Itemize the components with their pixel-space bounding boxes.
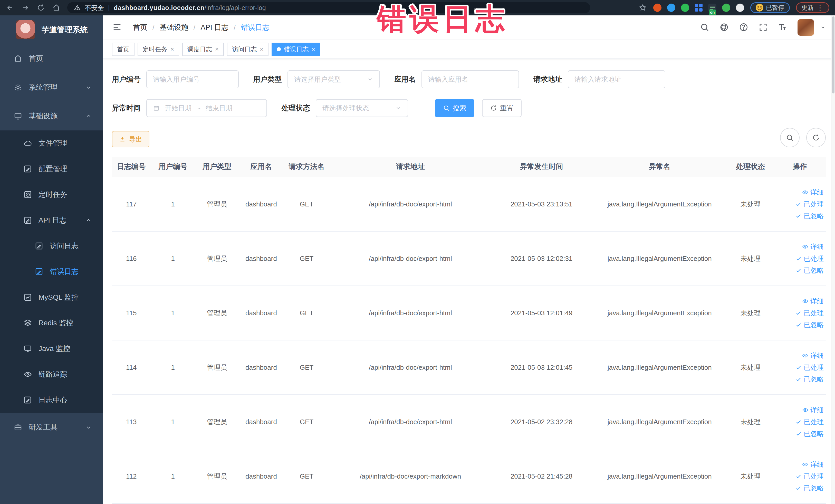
puzzle-extension-icon[interactable] (736, 4, 744, 12)
tab-label: 定时任务 (143, 45, 167, 54)
sidebar-item-home[interactable]: 首页 (0, 44, 103, 73)
forward-icon[interactable] (21, 3, 30, 12)
home-browser-icon[interactable] (52, 3, 61, 12)
processed-link[interactable]: 已处理 (795, 201, 824, 207)
sidebar-item-redis-monitor[interactable]: Redis 监控 (0, 310, 103, 336)
processed-link[interactable]: 已处理 (795, 255, 824, 262)
sidebar-item-java-monitor[interactable]: Java 监控 (0, 336, 103, 362)
ignored-link[interactable]: 已忽略 (795, 213, 824, 219)
detail-link[interactable]: 详细 (802, 243, 824, 250)
fullscreen-icon[interactable] (758, 23, 768, 32)
sidebar-item-system-management[interactable]: 系统管理 (0, 73, 103, 102)
ignored-link[interactable]: 已忽略 (795, 321, 824, 328)
sidebar-item-label: 错误日志 (50, 267, 79, 277)
sidebar-item-scheduled-jobs[interactable]: 定时任务 (0, 182, 103, 207)
breadcrumb-separator: / (152, 23, 155, 32)
search-button[interactable]: 搜索 (435, 99, 474, 117)
doc-edit-icon (23, 396, 32, 405)
process-status-select[interactable]: 请选择处理状态 (316, 99, 408, 117)
ignored-link[interactable]: 已忽略 (795, 430, 824, 437)
cell-time: 2021-05-03 12:01:49 (491, 286, 592, 340)
cell-app_name: dashboard (239, 340, 283, 395)
page-scrollbar[interactable] (831, 15, 835, 504)
avatar[interactable] (797, 19, 814, 36)
reset-button[interactable]: 重置 (482, 99, 522, 117)
grid-extension-icon[interactable] (695, 4, 702, 12)
bookmark-star-icon[interactable] (638, 3, 647, 12)
close-icon[interactable]: × (312, 46, 315, 53)
tab-访问日志[interactable]: 访问日志× (227, 43, 268, 56)
font-size-icon[interactable] (778, 23, 788, 32)
processed-link[interactable]: 已处理 (795, 473, 824, 480)
tab-定时任务[interactable]: 定时任务× (138, 43, 179, 56)
column-header: 异常发生时间 (491, 157, 592, 177)
sidebar-item-error-log[interactable]: 错误日志 (0, 259, 103, 284)
tab-错误日志[interactable]: 错误日志× (271, 43, 320, 56)
detail-link[interactable]: 详细 (802, 298, 824, 304)
green-extension-icon[interactable] (681, 4, 689, 12)
action-label: 已忽略 (804, 376, 824, 383)
processed-link[interactable]: 已处理 (795, 364, 824, 371)
page-scrollbar-thumb[interactable] (832, 16, 834, 94)
chevron-down-icon (85, 424, 92, 430)
chevron-down-icon[interactable] (820, 25, 826, 30)
date-range-picker[interactable]: 开始日期 ~ 结束日期 (146, 99, 267, 117)
sidebar-item-label: Java 监控 (39, 344, 70, 354)
tab-调度日志[interactable]: 调度日志× (182, 43, 224, 56)
sidebar-item-infrastructure[interactable]: 基础设施 (0, 102, 103, 130)
ublock-extension-icon[interactable] (653, 4, 661, 12)
close-icon[interactable]: × (170, 46, 174, 53)
doc-edit-icon (34, 241, 44, 250)
close-icon[interactable]: × (215, 46, 219, 53)
update-badge[interactable]: 更新 ⋮ (796, 2, 829, 13)
help-icon[interactable] (739, 23, 749, 32)
app-name-input[interactable] (422, 70, 519, 88)
detail-link[interactable]: 详细 (802, 407, 824, 414)
refresh-button[interactable] (806, 128, 826, 147)
breadcrumb-item[interactable]: 错误日志 (241, 23, 269, 32)
ignored-link[interactable]: 已忽略 (795, 485, 824, 491)
sidebar-item-trace[interactable]: 链路追踪 (0, 362, 103, 387)
search-icon[interactable] (700, 23, 710, 32)
browser-menu-icon[interactable]: ⋮ (816, 4, 824, 12)
breadcrumb-item[interactable]: API 日志 (201, 23, 229, 32)
clock-square-icon (23, 190, 32, 199)
close-icon[interactable]: × (260, 46, 263, 53)
sidebar-item-dev-tools[interactable]: 研发工具 (0, 413, 103, 442)
sidebar-item-api-log[interactable]: API 日志 (0, 207, 103, 233)
hamburger-icon[interactable] (112, 22, 123, 33)
github-icon[interactable] (719, 23, 729, 32)
breadcrumb-item[interactable]: 基础设施 (160, 23, 188, 32)
ignored-link[interactable]: 已忽略 (795, 376, 824, 383)
tab-首页[interactable]: 首页 (112, 43, 135, 56)
cloud-icon (23, 139, 32, 148)
breadcrumb-item[interactable]: 首页 (133, 23, 147, 32)
user-type-select[interactable]: 请选择用户类型 (287, 70, 380, 88)
detail-link[interactable]: 详细 (802, 189, 824, 196)
column-header: 用户类型 (195, 157, 239, 177)
sidebar-item-log-center[interactable]: 日志中心 (0, 387, 103, 413)
cell-url: /api/infra/db-doc/export-html (330, 177, 491, 231)
hide-search-button[interactable] (780, 128, 799, 147)
detail-link[interactable]: 详细 (802, 352, 824, 359)
cell-actions: 详细已处理已忽略 (774, 286, 826, 340)
sidebar-item-mysql-monitor[interactable]: MySQL 监控 (0, 284, 103, 310)
processed-link[interactable]: 已处理 (795, 419, 824, 425)
sidebar-item-access-log[interactable]: 访问日志 (0, 233, 103, 259)
dark-lines-extension-icon[interactable]: on (708, 4, 716, 12)
drop-extension-icon[interactable] (667, 4, 675, 12)
export-button[interactable]: 导出 (112, 131, 149, 147)
back-icon[interactable] (6, 3, 14, 12)
user-id-input[interactable] (146, 70, 239, 88)
sidebar-item-file-management[interactable]: 文件管理 (0, 130, 103, 156)
ignored-link[interactable]: 已忽略 (795, 267, 824, 274)
sprout-extension-icon[interactable] (722, 4, 730, 12)
request-url-input[interactable] (568, 70, 665, 88)
paused-badge[interactable]: 已暂停 (750, 2, 790, 13)
sidebar-item-config-management[interactable]: 配置管理 (0, 156, 103, 182)
processed-link[interactable]: 已处理 (795, 310, 824, 316)
app-logo-row[interactable]: 芋道管理系统 (0, 15, 103, 44)
detail-link[interactable]: 详细 (802, 461, 824, 468)
address-bar[interactable]: 不安全 | dashboard.yudao.iocoder.cn/infra/l… (67, 2, 590, 13)
reload-icon[interactable] (37, 3, 45, 12)
